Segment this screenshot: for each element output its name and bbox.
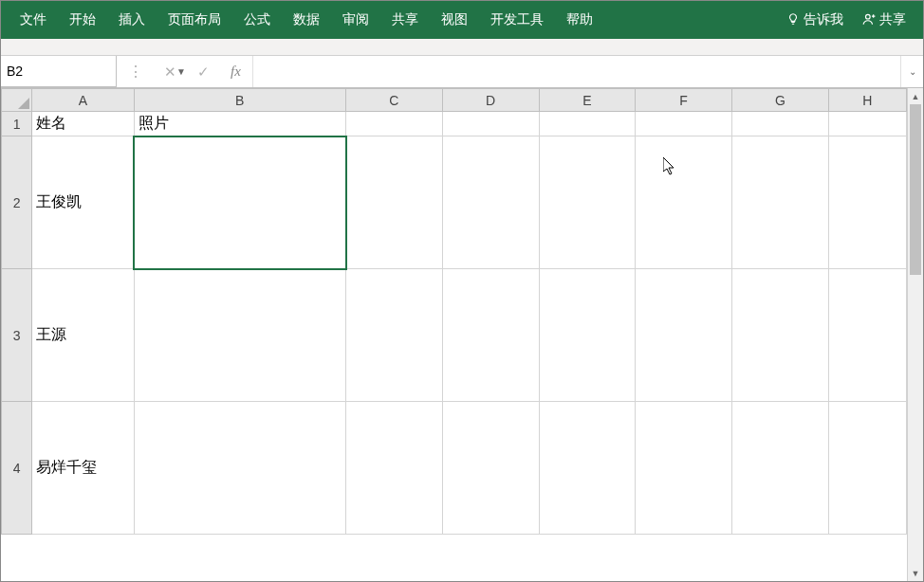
column-header[interactable]: B	[134, 89, 345, 112]
name-box-container[interactable]: ▼	[1, 56, 117, 87]
ribbon-tab-formulas[interactable]: 公式	[232, 1, 282, 39]
svg-point-0	[866, 14, 871, 19]
cell[interactable]	[636, 402, 732, 535]
ribbon-tab-help[interactable]: 帮助	[555, 1, 604, 39]
share-label: 共享	[879, 11, 906, 28]
cell[interactable]	[134, 269, 345, 402]
column-header[interactable]: C	[346, 89, 443, 112]
cell[interactable]	[442, 402, 539, 535]
tell-me-label: 告诉我	[804, 11, 843, 28]
column-header[interactable]: G	[731, 89, 828, 112]
cell[interactable]	[731, 112, 828, 136]
formula-input[interactable]	[253, 56, 900, 87]
cell[interactable]: 易烊千玺	[32, 402, 134, 535]
row-header[interactable]: 1	[2, 112, 32, 136]
ribbon-tab-home[interactable]: 开始	[58, 1, 107, 39]
scroll-track[interactable]	[908, 104, 923, 565]
cell[interactable]	[539, 112, 636, 136]
column-header[interactable]: A	[32, 89, 134, 112]
cell[interactable]	[636, 269, 732, 402]
column-header[interactable]: H	[828, 89, 906, 112]
scroll-up-icon[interactable]: ▲	[908, 88, 923, 104]
spreadsheet-grid: ABCDEFGH 1姓名照片2王俊凯3王源4易烊千玺	[1, 88, 907, 535]
cell[interactable]	[134, 402, 345, 535]
person-share-icon	[862, 12, 876, 28]
cell[interactable]	[442, 269, 539, 402]
cell[interactable]	[442, 112, 539, 136]
ribbon-collapsed-strip	[1, 39, 923, 56]
cell[interactable]: 王俊凯	[32, 136, 134, 269]
cell[interactable]	[346, 269, 443, 402]
row-header[interactable]: 2	[2, 136, 32, 269]
ribbon-tab-insert[interactable]: 插入	[107, 1, 157, 39]
ribbon-tab-file[interactable]: 文件	[9, 1, 58, 39]
ribbon-tab-share[interactable]: 共享	[380, 1, 430, 39]
cell[interactable]	[828, 136, 906, 269]
cell[interactable]	[828, 112, 906, 136]
share-button[interactable]: 共享	[853, 1, 915, 39]
tell-me-button[interactable]: 告诉我	[777, 1, 853, 39]
ribbon-tab-page-layout[interactable]: 页面布局	[157, 1, 232, 39]
column-header[interactable]: E	[539, 89, 636, 112]
scroll-down-icon[interactable]: ▼	[908, 565, 923, 581]
cell[interactable]	[442, 136, 539, 269]
ribbon-tab-review[interactable]: 审阅	[331, 1, 380, 39]
cell[interactable]: 姓名	[32, 112, 134, 136]
ribbon-tab-view[interactable]: 视图	[430, 1, 479, 39]
scroll-thumb[interactable]	[910, 104, 921, 275]
lightbulb-icon	[786, 12, 800, 28]
ribbon-tab-data[interactable]: 数据	[282, 1, 331, 39]
fx-icon[interactable]: fx	[231, 64, 241, 80]
column-header[interactable]: D	[442, 89, 539, 112]
ribbon-tab-developer[interactable]: 开发工具	[479, 1, 555, 39]
row-header[interactable]: 4	[2, 402, 32, 535]
vertical-scrollbar[interactable]: ▲ ▼	[907, 88, 923, 581]
formula-bar-expand-icon[interactable]: ⌄	[900, 56, 923, 87]
formula-bar: ▼ ⋮ ✕ ✓ fx ⌄	[1, 56, 923, 88]
column-header[interactable]: F	[636, 89, 732, 112]
cell[interactable]	[731, 402, 828, 535]
ribbon: 文件 开始 插入 页面布局 公式 数据 审阅 共享 视图 开发工具 帮助 告诉我…	[1, 1, 923, 39]
cell[interactable]	[636, 112, 732, 136]
cell[interactable]	[346, 112, 443, 136]
cell[interactable]	[731, 136, 828, 269]
cell[interactable]	[539, 269, 636, 402]
row-header[interactable]: 3	[2, 269, 32, 402]
select-all-corner[interactable]	[2, 89, 32, 112]
cell[interactable]	[539, 402, 636, 535]
cell[interactable]	[346, 136, 443, 269]
name-box[interactable]	[7, 64, 173, 79]
cell[interactable]	[539, 136, 636, 269]
cell[interactable]	[346, 402, 443, 535]
cell[interactable]: 照片	[134, 112, 345, 136]
cell[interactable]	[828, 269, 906, 402]
cell[interactable]	[636, 136, 732, 269]
name-box-dropdown-icon[interactable]: ▼	[173, 66, 186, 77]
cell[interactable]	[731, 269, 828, 402]
cell[interactable]	[828, 402, 906, 535]
enter-icon[interactable]: ✓	[197, 64, 210, 81]
cell[interactable]	[134, 136, 345, 269]
cell[interactable]: 王源	[32, 269, 134, 402]
